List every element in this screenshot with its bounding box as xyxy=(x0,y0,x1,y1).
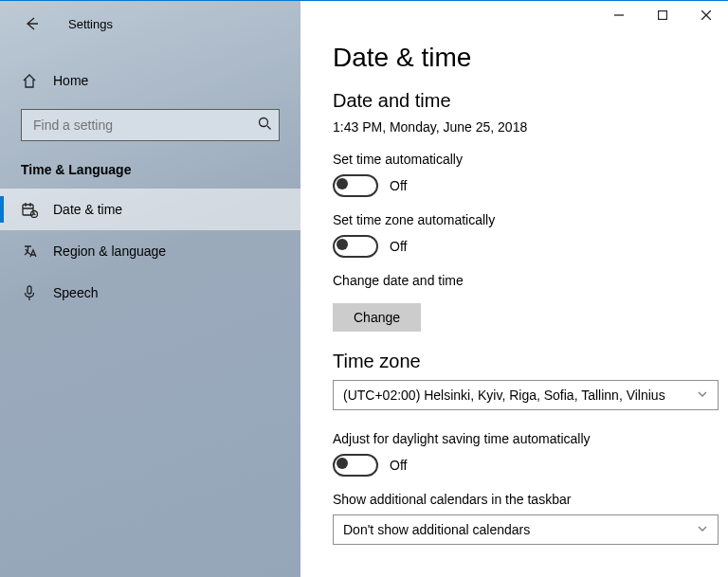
region-language-icon xyxy=(21,243,38,260)
timezone-select[interactable]: (UTC+02:00) Helsinki, Kyiv, Riga, Sofia,… xyxy=(333,380,719,410)
sidebar-item-label: Speech xyxy=(53,285,98,300)
microphone-icon xyxy=(21,284,38,301)
window-close-button[interactable] xyxy=(684,1,728,29)
home-icon xyxy=(21,72,38,89)
svg-rect-0 xyxy=(659,11,667,20)
additional-calendars-label: Show additional calendars in the taskbar xyxy=(333,492,719,507)
dst-auto-label: Adjust for daylight saving time automati… xyxy=(333,431,719,446)
set-time-auto-toggle[interactable] xyxy=(333,174,378,197)
set-tz-auto-state: Off xyxy=(390,239,407,254)
back-arrow-icon xyxy=(23,15,40,32)
back-button[interactable] xyxy=(17,9,46,38)
close-icon xyxy=(701,10,711,20)
set-tz-auto-label: Set time zone automatically xyxy=(333,212,719,227)
search-box[interactable] xyxy=(21,109,280,141)
change-dt-label: Change date and time xyxy=(333,273,719,288)
dst-auto-state: Off xyxy=(390,458,407,473)
svg-rect-2 xyxy=(23,205,33,215)
set-time-auto-state: Off xyxy=(390,178,407,193)
section-time-zone: Time zone xyxy=(333,351,719,372)
sidebar-item-speech[interactable]: Speech xyxy=(0,272,300,314)
maximize-icon xyxy=(658,10,667,20)
svg-point-1 xyxy=(260,118,268,127)
window-minimize-button[interactable] xyxy=(597,1,641,29)
sidebar-item-label: Region & language xyxy=(53,243,166,259)
additional-calendars-value: Don't show additional calendars xyxy=(343,522,530,537)
minimize-icon xyxy=(614,10,624,20)
additional-calendars-select[interactable]: Don't show additional calendars xyxy=(333,514,719,545)
settings-sidebar: Settings Home Time & Language Date & tim… xyxy=(0,1,300,577)
set-time-auto-label: Set time automatically xyxy=(333,152,719,167)
chevron-down-icon xyxy=(697,388,708,403)
settings-main-pane: Date & time Date and time 1:43 PM, Monda… xyxy=(300,1,728,577)
search-icon xyxy=(258,117,271,134)
dst-auto-toggle[interactable] xyxy=(333,454,378,477)
sidebar-item-date-time[interactable]: Date & time xyxy=(0,189,300,230)
sidebar-home-label: Home xyxy=(53,73,88,88)
set-tz-auto-toggle[interactable] xyxy=(333,235,378,258)
svg-rect-4 xyxy=(27,286,31,294)
calendar-clock-icon xyxy=(21,201,38,218)
current-datetime: 1:43 PM, Monday, June 25, 2018 xyxy=(333,119,719,135)
search-input[interactable] xyxy=(31,117,258,134)
window-title: Settings xyxy=(68,17,113,31)
window-maximize-button[interactable] xyxy=(641,1,684,29)
chevron-down-icon xyxy=(697,522,708,537)
page-title: Date & time xyxy=(333,43,719,73)
timezone-value: (UTC+02:00) Helsinki, Kyiv, Riga, Sofia,… xyxy=(343,388,665,403)
change-date-time-button[interactable]: Change xyxy=(333,303,421,332)
sidebar-item-label: Date & time xyxy=(53,202,122,217)
sidebar-section-heading: Time & Language xyxy=(21,162,280,177)
sidebar-home[interactable]: Home xyxy=(21,62,280,99)
section-date-and-time: Date and time xyxy=(333,90,719,112)
sidebar-item-region-language[interactable]: Region & language xyxy=(0,230,300,272)
